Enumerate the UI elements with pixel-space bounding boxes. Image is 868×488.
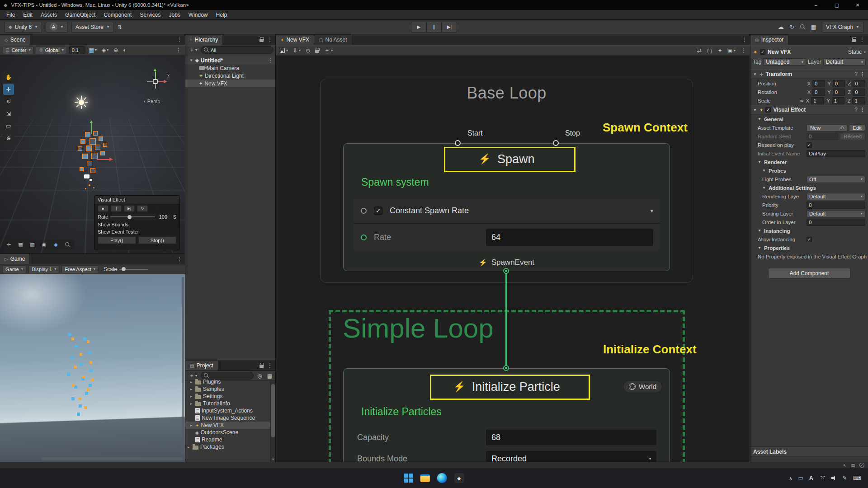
- search-overlay-icon[interactable]: [62, 240, 73, 249]
- transform-tool-icon[interactable]: ⊕: [3, 132, 14, 144]
- edit-button[interactable]: Edit: [849, 124, 865, 131]
- move-overlay-icon[interactable]: ✛: [4, 240, 14, 249]
- bounds-mode-dropdown[interactable]: Recorded ▾: [486, 451, 656, 462]
- hierarchy-search-input[interactable]: All: [201, 46, 274, 54]
- scene-orientation-gizmo[interactable]: ▲ ▶ x: [141, 68, 170, 97]
- add-object-button[interactable]: ＋▾: [188, 46, 198, 54]
- grid-size-field[interactable]: 0.1: [69, 46, 85, 54]
- sorting-layer-dropdown[interactable]: Default▾: [807, 210, 865, 217]
- bounds-mode-row[interactable]: Bounds Mode Recorded ▾: [357, 451, 656, 462]
- rate-field[interactable]: 100: [157, 214, 171, 220]
- layers-icon[interactable]: ▦: [811, 24, 816, 30]
- grid-visibility-icon[interactable]: ▦▾: [88, 46, 98, 54]
- general-foldout[interactable]: ▼General: [750, 115, 868, 123]
- show-event-tester-row[interactable]: Show Event Tester: [94, 228, 179, 235]
- allow-instancing-checkbox[interactable]: [807, 237, 812, 242]
- project-scrollbar[interactable]: ▾: [270, 381, 276, 462]
- tab-new-vfx[interactable]: ✦ New VFX: [276, 35, 314, 45]
- stop-event-button[interactable]: Stop(): [138, 236, 177, 244]
- new-asset-button[interactable]: New ⊙: [807, 124, 847, 131]
- close-icon[interactable]: ✕: [847, 0, 868, 10]
- menu-jobs[interactable]: Jobs: [165, 10, 184, 19]
- project-menu-icon[interactable]: ⋮: [267, 362, 273, 369]
- rotation-x-field[interactable]: 0: [812, 89, 825, 96]
- hierarchy-item-new-vfx[interactable]: ✦ New VFX: [185, 80, 276, 87]
- foldout-icon[interactable]: ▼: [189, 58, 193, 62]
- step-button[interactable]: ▶|: [442, 22, 457, 33]
- gizmo-x-cone[interactable]: ▶: [164, 79, 167, 84]
- aspect-dropdown[interactable]: Free Aspect▾: [61, 265, 99, 273]
- rate-port[interactable]: [361, 235, 367, 240]
- reseed-on-play-checkbox[interactable]: [807, 142, 812, 148]
- start-button[interactable]: [404, 474, 413, 483]
- play-event-button[interactable]: Play(): [98, 236, 136, 244]
- add-asset-button[interactable]: ＋▾: [188, 372, 198, 380]
- wifi-icon[interactable]: [819, 476, 826, 480]
- help-icon[interactable]: ?: [854, 71, 858, 77]
- tab-project[interactable]: ▤ Project: [185, 361, 218, 371]
- vfx-canvas[interactable]: Base Loop Simple Loop Start Stop ⚡ Spawn…: [276, 56, 750, 462]
- game-target-dropdown[interactable]: Game▾: [2, 265, 26, 273]
- static-label[interactable]: Static: [848, 49, 862, 55]
- vfx-pause-icon[interactable]: ∥: [111, 205, 122, 212]
- project-item-inputsystem[interactable]: InputSystem_Actions: [185, 407, 276, 414]
- rate-row[interactable]: Rate 64: [354, 224, 660, 251]
- scene-menu-icon[interactable]: ⋮: [177, 37, 182, 43]
- culling-icon[interactable]: ◉▾: [728, 47, 736, 54]
- move-gizmo-x[interactable]: [97, 159, 110, 160]
- cursor-tool-icon[interactable]: ↖: [843, 463, 847, 468]
- scene-viewport[interactable]: ☀ ✋ ✛ ↻ ⇲ ▭ ⊕ ▲ ▶ x ‹ Persp ▲ ▶: [0, 55, 185, 253]
- active-checkbox[interactable]: [760, 49, 765, 55]
- chevron-down-icon[interactable]: ▾: [864, 50, 866, 54]
- tab-hierarchy[interactable]: ≡ Hierarchy: [185, 35, 223, 45]
- vfx-toolbar-menu-icon[interactable]: ⋮: [741, 47, 746, 54]
- lock-icon[interactable]: [259, 39, 264, 42]
- scene-toolbar-menu-icon[interactable]: ⋮: [176, 47, 183, 53]
- vfx-menu-icon[interactable]: ⋮: [742, 37, 747, 43]
- lock-icon[interactable]: [852, 39, 856, 42]
- asset-labels-header[interactable]: Asset Labels: [750, 447, 868, 457]
- tab-game[interactable]: ▷ Game: [0, 254, 30, 264]
- tab-no-asset[interactable]: ▢ No Asset: [314, 35, 352, 45]
- menu-services[interactable]: Services: [136, 10, 165, 19]
- component-menu-icon[interactable]: ⋮: [860, 71, 865, 77]
- initial-event-field[interactable]: OnPlay: [807, 150, 865, 157]
- orientation-dropdown[interactable]: ⊕ Global ▾: [36, 46, 66, 54]
- move-tool-icon[interactable]: ✛: [3, 84, 14, 95]
- minimize-icon[interactable]: –: [806, 0, 826, 10]
- attach-icon[interactable]: ⇄: [697, 47, 702, 54]
- rate-value-field[interactable]: 64: [486, 229, 653, 246]
- menu-assets[interactable]: Assets: [37, 10, 61, 19]
- constant-spawn-rate-block[interactable]: ✓ Constant Spawn Rate ▾: [354, 198, 660, 224]
- menu-component[interactable]: Component: [99, 10, 136, 19]
- version-control-icon[interactable]: ⇅: [118, 24, 122, 30]
- position-x-field[interactable]: 0: [812, 80, 825, 87]
- tab-scene[interactable]: ◇ Scene: [0, 35, 31, 45]
- renderer-foldout[interactable]: ▼Renderer: [750, 158, 868, 166]
- hand-tool-icon[interactable]: ✋: [3, 71, 14, 83]
- block-port[interactable]: [361, 208, 367, 214]
- project-item-new-vfx[interactable]: ▸✦ New VFX: [185, 422, 276, 429]
- block-enabled-checkbox[interactable]: ✓: [374, 206, 382, 215]
- vfx-step-icon[interactable]: ▶|: [124, 205, 135, 212]
- cloud-icon[interactable]: ☁: [778, 23, 784, 30]
- probes-foldout[interactable]: ▼Probes: [750, 166, 868, 175]
- debug-icon[interactable]: ✦: [717, 47, 722, 54]
- layer-dropdown[interactable]: Default▾: [823, 58, 866, 66]
- language-icon[interactable]: A: [809, 475, 813, 481]
- search-by-label-icon[interactable]: ▤: [266, 372, 274, 380]
- scrollbar-thumb[interactable]: [271, 384, 275, 437]
- rate-slider[interactable]: [110, 216, 155, 217]
- project-item-readme[interactable]: Readme: [185, 436, 276, 443]
- menu-help[interactable]: Help: [212, 10, 231, 19]
- search-icon[interactable]: [800, 24, 805, 29]
- position-y-field[interactable]: 0: [833, 80, 845, 87]
- keyboard-icon[interactable]: ⌨: [853, 475, 861, 481]
- gizmo-y-cone[interactable]: ▲: [153, 67, 157, 72]
- layout-grid-icon[interactable]: ▤: [851, 463, 855, 468]
- scale-y-field[interactable]: 1: [832, 97, 845, 104]
- rect-tool-icon[interactable]: ▭: [3, 120, 14, 131]
- add-node-button[interactable]: ＋▾: [324, 47, 333, 54]
- history-icon[interactable]: ↻: [790, 24, 794, 30]
- rotation-y-field[interactable]: 0: [833, 89, 845, 96]
